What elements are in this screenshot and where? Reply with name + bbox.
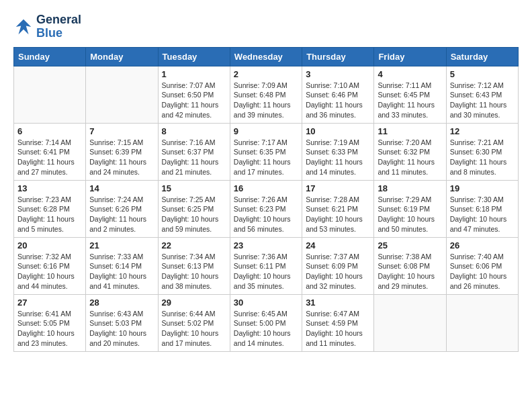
cell-content: Sunrise: 7:37 AM Sunset: 6:09 PM Dayligh… <box>306 252 370 291</box>
cell-content: Sunrise: 7:25 AM Sunset: 6:25 PM Dayligh… <box>162 195 226 234</box>
calendar-cell: 2Sunrise: 7:09 AM Sunset: 6:48 PM Daylig… <box>230 66 302 123</box>
cell-content: Sunrise: 7:11 AM Sunset: 6:45 PM Dayligh… <box>378 81 442 120</box>
calendar-cell: 25Sunrise: 7:38 AM Sunset: 6:08 PM Dayli… <box>374 237 446 294</box>
day-number: 23 <box>234 240 298 250</box>
cell-content: Sunrise: 7:24 AM Sunset: 6:26 PM Dayligh… <box>89 195 154 234</box>
day-number: 26 <box>450 240 515 250</box>
logo-icon <box>13 17 34 37</box>
day-number: 21 <box>89 240 154 250</box>
day-number: 19 <box>450 183 515 193</box>
calendar-table: SundayMondayTuesdayWednesdayThursdayFrid… <box>13 47 519 352</box>
calendar-cell: 8Sunrise: 7:16 AM Sunset: 6:37 PM Daylig… <box>158 123 230 180</box>
calendar-cell: 9Sunrise: 7:17 AM Sunset: 6:35 PM Daylig… <box>230 123 302 180</box>
day-number: 15 <box>162 183 226 193</box>
svg-marker-0 <box>16 19 32 35</box>
cell-content: Sunrise: 7:34 AM Sunset: 6:13 PM Dayligh… <box>162 252 226 291</box>
day-number: 24 <box>306 240 370 250</box>
day-header-friday: Friday <box>374 47 446 66</box>
cell-content: Sunrise: 7:16 AM Sunset: 6:37 PM Dayligh… <box>162 138 226 177</box>
cell-content: Sunrise: 7:09 AM Sunset: 6:48 PM Dayligh… <box>234 81 298 120</box>
day-number: 22 <box>162 240 226 250</box>
calendar-cell: 28Sunrise: 6:43 AM Sunset: 5:03 PM Dayli… <box>86 294 158 351</box>
day-number: 1 <box>162 69 226 79</box>
cell-content: Sunrise: 7:40 AM Sunset: 6:06 PM Dayligh… <box>450 252 515 291</box>
cell-content: Sunrise: 6:45 AM Sunset: 5:00 PM Dayligh… <box>234 309 298 349</box>
day-number: 30 <box>234 298 298 308</box>
calendar-cell: 6Sunrise: 7:14 AM Sunset: 6:41 PM Daylig… <box>14 123 86 180</box>
day-number: 12 <box>450 126 515 136</box>
calendar-cell: 21Sunrise: 7:33 AM Sunset: 6:14 PM Dayli… <box>86 237 158 294</box>
calendar-cell: 23Sunrise: 7:36 AM Sunset: 6:11 PM Dayli… <box>230 237 302 294</box>
cell-content: Sunrise: 7:30 AM Sunset: 6:18 PM Dayligh… <box>450 195 515 234</box>
day-number: 3 <box>306 69 370 79</box>
day-number: 27 <box>17 298 82 308</box>
calendar-cell: 13Sunrise: 7:23 AM Sunset: 6:28 PM Dayli… <box>14 180 86 237</box>
calendar-cell: 4Sunrise: 7:11 AM Sunset: 6:45 PM Daylig… <box>374 66 446 123</box>
day-number: 17 <box>306 183 370 193</box>
calendar-week-3: 20Sunrise: 7:32 AM Sunset: 6:16 PM Dayli… <box>14 237 519 294</box>
cell-content: Sunrise: 7:12 AM Sunset: 6:43 PM Dayligh… <box>450 81 515 120</box>
logo-text: General Blue <box>36 13 81 40</box>
logo: General Blue <box>13 13 81 40</box>
calendar-header-row: SundayMondayTuesdayWednesdayThursdayFrid… <box>14 47 519 66</box>
cell-content: Sunrise: 7:10 AM Sunset: 6:46 PM Dayligh… <box>306 81 370 120</box>
day-number: 4 <box>378 69 442 79</box>
day-header-wednesday: Wednesday <box>230 47 302 66</box>
cell-content: Sunrise: 6:44 AM Sunset: 5:02 PM Dayligh… <box>162 309 226 349</box>
calendar-cell: 5Sunrise: 7:12 AM Sunset: 6:43 PM Daylig… <box>446 66 518 123</box>
day-header-tuesday: Tuesday <box>158 47 230 66</box>
calendar-week-1: 6Sunrise: 7:14 AM Sunset: 6:41 PM Daylig… <box>14 123 519 180</box>
cell-content: Sunrise: 6:41 AM Sunset: 5:05 PM Dayligh… <box>17 309 82 349</box>
calendar-cell: 22Sunrise: 7:34 AM Sunset: 6:13 PM Dayli… <box>158 237 230 294</box>
day-number: 20 <box>17 240 82 250</box>
cell-content: Sunrise: 7:21 AM Sunset: 6:30 PM Dayligh… <box>450 138 515 177</box>
day-number: 25 <box>378 240 442 250</box>
cell-content: Sunrise: 7:14 AM Sunset: 6:41 PM Dayligh… <box>17 138 82 177</box>
calendar-cell: 14Sunrise: 7:24 AM Sunset: 6:26 PM Dayli… <box>86 180 158 237</box>
calendar-week-0: 1Sunrise: 7:07 AM Sunset: 6:50 PM Daylig… <box>14 66 519 123</box>
cell-content: Sunrise: 7:36 AM Sunset: 6:11 PM Dayligh… <box>234 252 298 291</box>
calendar-cell <box>374 294 446 351</box>
calendar-cell: 3Sunrise: 7:10 AM Sunset: 6:46 PM Daylig… <box>302 66 374 123</box>
day-header-saturday: Saturday <box>446 47 518 66</box>
cell-content: Sunrise: 7:32 AM Sunset: 6:16 PM Dayligh… <box>17 252 82 291</box>
calendar-cell <box>14 66 86 123</box>
calendar-cell: 7Sunrise: 7:15 AM Sunset: 6:39 PM Daylig… <box>86 123 158 180</box>
calendar-cell <box>446 294 518 351</box>
calendar-cell: 15Sunrise: 7:25 AM Sunset: 6:25 PM Dayli… <box>158 180 230 237</box>
calendar-cell: 27Sunrise: 6:41 AM Sunset: 5:05 PM Dayli… <box>14 294 86 351</box>
cell-content: Sunrise: 6:43 AM Sunset: 5:03 PM Dayligh… <box>89 309 154 349</box>
calendar-cell <box>86 66 158 123</box>
cell-content: Sunrise: 7:33 AM Sunset: 6:14 PM Dayligh… <box>89 252 154 291</box>
calendar-cell: 12Sunrise: 7:21 AM Sunset: 6:30 PM Dayli… <box>446 123 518 180</box>
cell-content: Sunrise: 7:38 AM Sunset: 6:08 PM Dayligh… <box>378 252 442 291</box>
day-number: 31 <box>306 298 370 308</box>
calendar-cell: 20Sunrise: 7:32 AM Sunset: 6:16 PM Dayli… <box>14 237 86 294</box>
day-number: 29 <box>162 298 226 308</box>
calendar-cell: 18Sunrise: 7:29 AM Sunset: 6:19 PM Dayli… <box>374 180 446 237</box>
day-number: 5 <box>450 69 515 79</box>
day-number: 2 <box>234 69 298 79</box>
calendar-cell: 17Sunrise: 7:28 AM Sunset: 6:21 PM Dayli… <box>302 180 374 237</box>
day-header-monday: Monday <box>86 47 158 66</box>
calendar-cell: 26Sunrise: 7:40 AM Sunset: 6:06 PM Dayli… <box>446 237 518 294</box>
cell-content: Sunrise: 7:26 AM Sunset: 6:23 PM Dayligh… <box>234 195 298 234</box>
calendar-cell: 31Sunrise: 6:47 AM Sunset: 4:59 PM Dayli… <box>302 294 374 351</box>
cell-content: Sunrise: 6:47 AM Sunset: 4:59 PM Dayligh… <box>306 309 370 349</box>
day-header-thursday: Thursday <box>302 47 374 66</box>
cell-content: Sunrise: 7:07 AM Sunset: 6:50 PM Dayligh… <box>162 81 226 120</box>
calendar-cell: 10Sunrise: 7:19 AM Sunset: 6:33 PM Dayli… <box>302 123 374 180</box>
day-number: 8 <box>162 126 226 136</box>
day-number: 14 <box>89 183 154 193</box>
page-header: General Blue <box>13 13 519 40</box>
day-number: 18 <box>378 183 442 193</box>
cell-content: Sunrise: 7:28 AM Sunset: 6:21 PM Dayligh… <box>306 195 370 234</box>
day-number: 9 <box>234 126 298 136</box>
calendar-cell: 30Sunrise: 6:45 AM Sunset: 5:00 PM Dayli… <box>230 294 302 351</box>
cell-content: Sunrise: 7:15 AM Sunset: 6:39 PM Dayligh… <box>89 138 154 177</box>
calendar-cell: 24Sunrise: 7:37 AM Sunset: 6:09 PM Dayli… <box>302 237 374 294</box>
calendar-cell: 16Sunrise: 7:26 AM Sunset: 6:23 PM Dayli… <box>230 180 302 237</box>
cell-content: Sunrise: 7:20 AM Sunset: 6:32 PM Dayligh… <box>378 138 442 177</box>
day-number: 16 <box>234 183 298 193</box>
calendar-week-2: 13Sunrise: 7:23 AM Sunset: 6:28 PM Dayli… <box>14 180 519 237</box>
